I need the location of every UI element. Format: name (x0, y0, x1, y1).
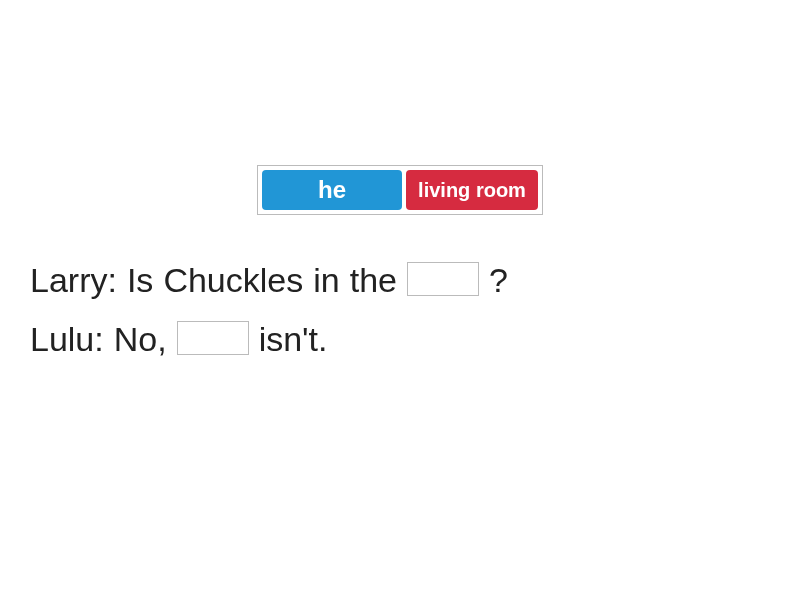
word: the (350, 255, 397, 306)
word: Chuckles (163, 255, 303, 306)
word-tile-living-room[interactable]: living room (406, 170, 538, 210)
word: isn't. (259, 314, 328, 365)
speaker-label: Lulu: (30, 314, 104, 365)
word: in (313, 255, 339, 306)
word: Is (127, 255, 153, 306)
word: No, (114, 314, 167, 365)
sentence-line-1: Larry: Is Chuckles in the ? (30, 255, 770, 306)
drop-target-1[interactable] (407, 262, 479, 296)
word-bank: he living room (257, 165, 543, 215)
exercise-container: he living room Larry: Is Chuckles in the… (0, 0, 800, 600)
speaker-label: Larry: (30, 255, 117, 306)
drop-target-2[interactable] (177, 321, 249, 355)
word-tile-he[interactable]: he (262, 170, 402, 210)
punctuation: ? (489, 255, 508, 306)
sentence-line-2: Lulu: No, isn't. (30, 314, 770, 365)
sentence-area: Larry: Is Chuckles in the ? Lulu: No, is… (0, 255, 800, 373)
